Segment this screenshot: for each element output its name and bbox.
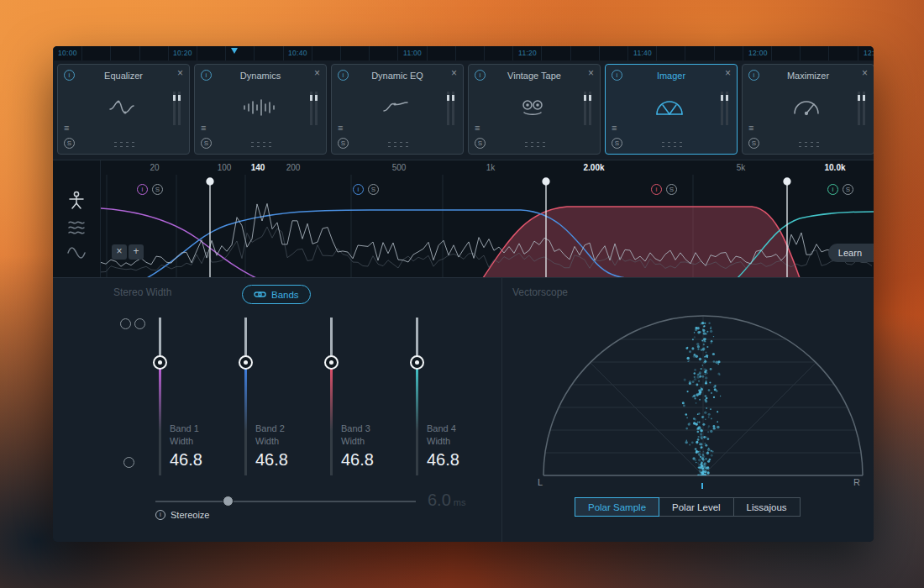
info-icon[interactable]: i xyxy=(64,70,75,81)
band-solo-icon[interactable]: S xyxy=(666,184,677,195)
drag-handle-dots[interactable] xyxy=(523,140,545,147)
band-bypass-icon[interactable]: i xyxy=(353,184,364,195)
waveform-bars-icon xyxy=(217,88,301,127)
level-meter xyxy=(721,92,728,125)
module-card-equalizer[interactable]: i Equalizer × ≡ S xyxy=(57,64,190,155)
slider-track[interactable] xyxy=(244,318,247,475)
slider-handle[interactable] xyxy=(410,355,424,370)
freq-label: 20 xyxy=(150,163,159,172)
stereo-mode-icon[interactable] xyxy=(120,318,145,329)
mono-mode-icon[interactable] xyxy=(123,457,134,468)
level-meter xyxy=(447,92,454,125)
drag-handle-dots[interactable] xyxy=(113,140,134,147)
freq-label: 500 xyxy=(392,163,407,172)
learn-button[interactable]: Learn xyxy=(828,244,874,262)
close-icon[interactable]: × xyxy=(862,67,868,79)
info-icon[interactable]: i xyxy=(201,70,212,81)
tape-reels-icon xyxy=(491,88,575,127)
drag-handle-dots[interactable] xyxy=(249,140,271,147)
solo-icon[interactable]: S xyxy=(748,138,759,149)
solo-icon[interactable]: S xyxy=(475,138,486,149)
remove-band-button[interactable]: × xyxy=(112,244,127,260)
ozone-plugin-window: 10:00 10:20 10:40 11:00 11:20 11:40 12:0… xyxy=(53,46,874,542)
solo-icon[interactable]: S xyxy=(612,138,622,149)
slider-track[interactable] xyxy=(159,318,161,475)
info-icon[interactable]: i xyxy=(475,70,486,81)
band-width-value[interactable]: 46.8 xyxy=(170,450,202,470)
solo-icon[interactable]: S xyxy=(338,138,349,149)
timeline-ruler[interactable]: 10:00 10:20 10:40 11:00 11:20 11:40 12:0… xyxy=(53,46,874,60)
stereoize-slider[interactable] xyxy=(155,501,416,502)
close-icon[interactable]: × xyxy=(588,67,594,79)
close-icon[interactable]: × xyxy=(177,67,183,79)
close-icon[interactable]: × xyxy=(451,67,457,79)
slider-track[interactable] xyxy=(416,318,418,475)
stereoize-handle[interactable] xyxy=(223,496,234,507)
band-bypass-icon[interactable]: i xyxy=(137,184,148,195)
close-icon[interactable]: × xyxy=(725,67,731,79)
band-solo-icon[interactable]: S xyxy=(368,184,379,195)
solo-icon[interactable]: S xyxy=(201,138,212,149)
slider-handle[interactable] xyxy=(239,355,253,370)
band-bypass-icon[interactable]: i xyxy=(827,184,838,195)
timeline-label: 11:40 xyxy=(633,49,652,57)
slider-handle[interactable] xyxy=(324,355,339,370)
info-icon[interactable]: i xyxy=(748,70,759,81)
list-icon[interactable]: ≡ xyxy=(475,123,486,133)
band-width-value[interactable]: 46.8 xyxy=(255,450,288,470)
mode-lissajous[interactable]: Lissajous xyxy=(733,497,801,517)
band1-crossover-curve[interactable] xyxy=(101,208,256,278)
mode-polar-sample[interactable]: Polar Sample xyxy=(575,497,659,517)
stereoize-delay-readout: 6.0ms xyxy=(428,491,465,510)
list-icon[interactable]: ≡ xyxy=(64,123,75,133)
bands-link-button[interactable]: Bands xyxy=(242,285,311,304)
module-card-dynamics[interactable]: i Dynamics × ≡ S xyxy=(194,64,327,155)
list-icon[interactable]: ≡ xyxy=(748,123,759,133)
list-icon[interactable]: ≡ xyxy=(201,123,212,133)
crossover-freq-label[interactable]: 140 xyxy=(251,163,265,172)
waves-icon[interactable] xyxy=(67,219,86,236)
band4-width-slider: Band 4 Width 46.8 xyxy=(416,318,508,519)
band-bypass-icon[interactable]: i xyxy=(651,184,662,195)
slider-handle[interactable] xyxy=(153,355,167,370)
crossover-spectrum-panel: 20 100 140 200 500 1k 2.00k 5k 10.0k xyxy=(53,160,874,277)
drag-handle-dots[interactable] xyxy=(797,140,819,147)
timeline-label: 11:20 xyxy=(518,49,537,57)
drag-handle-dots[interactable] xyxy=(386,140,408,147)
spectrum-plot[interactable] xyxy=(101,175,874,278)
module-card-imager[interactable]: i Imager × ≡ S xyxy=(605,64,738,155)
module-card-maximizer[interactable]: i Maximizer × ≡ S xyxy=(742,64,874,155)
band-solo-icon[interactable]: S xyxy=(152,184,163,195)
playhead-marker[interactable] xyxy=(231,48,238,54)
band3-crossover-region[interactable] xyxy=(483,207,800,278)
sine-wave-icon[interactable] xyxy=(67,244,86,261)
level-meter xyxy=(310,92,318,125)
list-icon[interactable]: ≡ xyxy=(338,123,349,133)
module-card-dynamic-eq[interactable]: i Dynamic EQ × ≡ S xyxy=(331,64,464,155)
stereo-placement-icon[interactable] xyxy=(67,191,86,211)
mode-polar-level[interactable]: Polar Level xyxy=(659,497,734,517)
band-width-value[interactable]: 46.8 xyxy=(341,450,374,470)
left-channel-label: L xyxy=(538,477,543,487)
timeline-label: 10:40 xyxy=(288,49,307,57)
band-solo-icon[interactable]: S xyxy=(843,184,853,195)
info-icon[interactable]: i xyxy=(338,70,349,81)
list-icon[interactable]: ≡ xyxy=(612,123,622,133)
band4-controls: i S xyxy=(827,184,853,195)
info-icon[interactable]: i xyxy=(155,510,165,520)
add-band-button[interactable]: + xyxy=(129,244,144,260)
band-width-value[interactable]: 46.8 xyxy=(427,450,459,470)
module-name: Imager xyxy=(626,71,717,81)
info-icon[interactable]: i xyxy=(612,70,622,81)
crossover-freq-label[interactable]: 2.00k xyxy=(583,163,604,172)
solo-icon[interactable]: S xyxy=(64,138,75,149)
module-card-vintage-tape[interactable]: i Vintage Tape × ≡ S xyxy=(468,64,601,155)
close-icon[interactable]: × xyxy=(314,67,320,79)
crossover-freq-label[interactable]: 10.0k xyxy=(824,163,845,172)
timeline-label: 10:20 xyxy=(173,49,192,57)
slider-track[interactable] xyxy=(330,318,333,475)
drag-handle-dots[interactable] xyxy=(660,140,682,147)
maximizer-gauge-icon xyxy=(764,88,848,127)
module-name: Maximizer xyxy=(763,71,853,81)
band2-controls: i S xyxy=(353,184,379,195)
